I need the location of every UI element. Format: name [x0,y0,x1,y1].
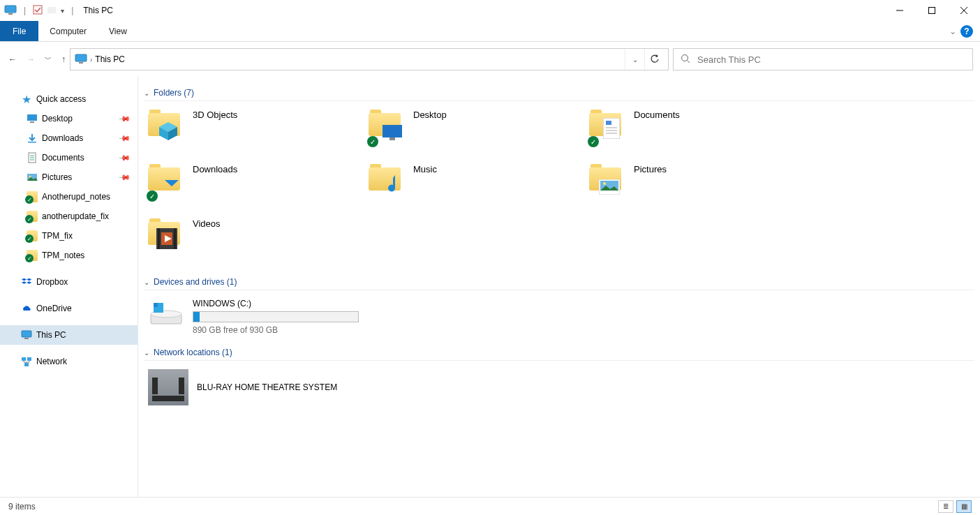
chevron-down-icon: ⌄ [144,349,149,357]
sync-badge-icon: ✓ [588,136,599,147]
folder-icon [148,110,184,146]
sidebar-item-anotherupd_notes[interactable]: ✓ Anotherupd_notes [0,187,138,207]
content-pane: ⌄ Folders (7) 3D Objects ✓ Desktop ✓ Doc… [138,77,980,497]
svg-rect-1 [8,13,13,15]
tile-label: 3D Objects [193,110,237,120]
minimize-button[interactable] [884,0,916,21]
qat-separator2: | [71,6,73,15]
svg-rect-23 [22,357,26,361]
sidebar-quick-access[interactable]: ★ Quick access [0,89,138,109]
sidebar-item-desktop[interactable]: Desktop 📌 [0,109,138,128]
svg-rect-32 [606,121,611,125]
folder-tile-videos[interactable]: Videos [144,216,364,266]
sidebar-item-downloads[interactable]: Downloads 📌 [0,128,138,148]
folder-tile-desktop[interactable]: ✓ Desktop [364,107,585,157]
sidebar-item-dropbox[interactable]: Dropbox [0,272,138,292]
folder-tile-downloads[interactable]: ✓ Downloads [144,161,364,211]
sidebar-item-label: This PC [36,330,66,340]
svg-rect-12 [27,114,37,121]
search-box[interactable] [673,48,973,70]
sidebar-item-label: Network [36,357,67,366]
sidebar-item-anotherupdate_fix[interactable]: ✓ anotherupdate_fix [0,207,138,226]
file-tab[interactable]: File [0,21,38,41]
this-pc-icon [4,5,17,17]
recent-locations-button[interactable]: ﹀ [45,54,52,64]
tab-computer[interactable]: Computer [38,21,98,41]
folder-icon: ✓ [148,164,184,200]
sidebar-item-label: Downloads [42,133,83,143]
svg-rect-41 [174,228,176,249]
search-input[interactable] [697,54,965,65]
folder-sync-icon: ✓ [27,250,38,261]
group-header-drives[interactable]: ⌄ Devices and drives (1) [144,274,974,290]
status-item-count: 9 items [8,502,36,512]
folder-tile-documents[interactable]: ✓ Documents [585,107,805,157]
svg-rect-13 [30,121,34,123]
tile-label: Pictures [634,164,667,174]
refresh-button[interactable] [644,49,664,70]
qat-properties-icon[interactable] [33,5,43,17]
sidebar-item-label: anotherupdate_fix [42,211,109,221]
view-details-button[interactable]: ≣ [938,500,953,513]
group-header-network[interactable]: ⌄ Network locations (1) [144,345,974,361]
sidebar-item-documents[interactable]: Documents 📌 [0,148,138,167]
pin-icon: 📌 [117,112,131,125]
forward-button[interactable]: → [27,54,35,64]
ribbon-collapse-icon[interactable]: ⌄ [949,27,956,36]
pictures-icon [27,172,38,183]
folder-sync-icon: ✓ [27,211,38,222]
sidebar-item-tpm_fix[interactable]: ✓ TPM_fix [0,226,138,246]
sidebar-item-tpm_notes[interactable]: ✓ TPM_notes [0,246,138,265]
drive-label: WINDOWS (C:) [193,299,359,308]
back-button[interactable]: ← [8,54,17,64]
maximize-button[interactable] [916,0,948,21]
qat-newfolder-icon[interactable] [47,5,57,17]
tile-label: Desktop [413,110,447,120]
svg-rect-29 [383,125,402,137]
address-history-button[interactable]: ⌄ [625,49,644,70]
drive-icon [148,299,184,330]
qat-customize-icon[interactable]: ▾ [61,7,64,15]
svg-rect-47 [154,303,158,307]
svg-rect-40 [158,228,160,249]
folder-tile-pictures[interactable]: Pictures [585,161,805,211]
sidebar-item-label: Anotherupd_notes [42,192,110,202]
folder-icon [589,164,625,200]
sidebar-item-label: Pictures [42,172,72,182]
address-bar[interactable]: › This PC ⌄ [70,48,669,70]
network-icon [21,356,32,367]
network-location-tile[interactable]: BLU-RAY HOME THEATRE SYSTEM [144,366,974,408]
close-button[interactable] [948,0,980,21]
sidebar-item-network[interactable]: Network [0,352,138,371]
drive-tile[interactable]: WINDOWS (C:) 890 GB free of 930 GB [144,296,974,338]
sidebar-item-label: TPM_fix [42,231,73,241]
star-icon: ★ [21,94,32,105]
breadcrumb[interactable]: This PC [95,54,125,64]
sidebar-item-label: TPM_notes [42,251,84,260]
view-tiles-button[interactable]: ▦ [956,500,972,513]
sidebar-item-onedrive[interactable]: OneDrive [0,299,138,318]
window-title: This PC [83,6,113,15]
up-button[interactable]: ↑ [61,54,66,64]
group-header-folders[interactable]: ⌄ Folders (7) [144,85,974,101]
svg-rect-48 [152,378,158,394]
chevron-down-icon: ⌄ [144,89,149,97]
folder-icon [148,218,184,255]
svg-rect-9 [79,62,83,64]
svg-rect-30 [389,137,395,140]
svg-point-38 [603,182,606,185]
folder-tile-3d-objects[interactable]: 3D Objects [144,107,364,157]
chevron-right-icon[interactable]: › [90,56,92,64]
svg-rect-5 [929,8,935,14]
help-button[interactable]: ? [960,25,973,38]
desktop-icon [27,113,38,124]
svg-line-11 [688,60,690,63]
sidebar-item-pictures[interactable]: Pictures 📌 [0,167,138,187]
folder-tile-music[interactable]: Music [364,161,585,211]
tab-view[interactable]: View [98,21,138,41]
dropbox-icon [21,276,32,288]
sidebar-item-this-pc[interactable]: This PC [0,325,138,345]
title-bar: | ▾ | This PC [0,0,980,21]
folder-icon: ✓ [369,110,405,146]
svg-rect-8 [75,54,87,61]
